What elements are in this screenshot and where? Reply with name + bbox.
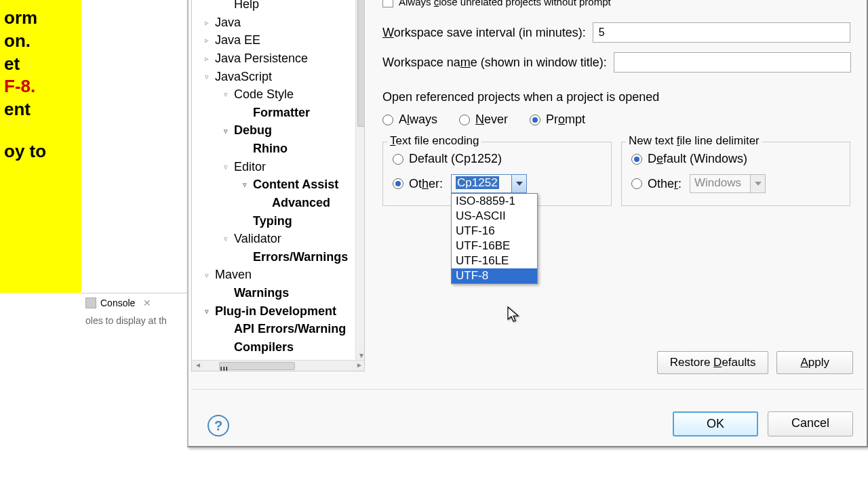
tree-item[interactable]: ▹Java [192,14,364,32]
tree-item[interactable]: Compilers [192,338,364,357]
tree-item-label: Maven [215,266,252,284]
tree-item[interactable]: Typing [192,212,364,230]
tree-item[interactable]: API Errors/Warning [192,320,364,338]
tree-item[interactable]: ▿JavaScript [192,68,364,86]
encoding-combo[interactable]: Cp1252 ISO-8859-1US-ASCIIUTF-16UTF-16BEU… [451,174,527,193]
close-icon[interactable]: ✕ [143,298,151,308]
tree-item-label: Editor [234,158,266,176]
console-tab-label: Console [100,298,135,308]
tree-item[interactable]: ▿Plug-in Development [192,302,364,321]
tree-item-label: Validator [234,230,281,248]
tree-item[interactable]: Rhino [192,140,364,158]
delimiter-combo-value: Windows [690,175,750,192]
tree-item-label: Errors/Warnings [253,248,348,266]
delimiter-combo-button [750,175,765,192]
tree-item[interactable]: Advanced [192,194,364,212]
always-close-checkbox[interactable] [382,0,393,7]
tree-expand-icon[interactable]: ▿ [222,233,230,244]
delimiter-other-radio[interactable] [631,178,642,189]
scroll-right-icon[interactable]: ► [353,361,365,371]
encoding-option[interactable]: UTF-8 [452,268,537,283]
delimiter-default-radio[interactable] [631,154,642,165]
tree-expand-icon[interactable]: ▿ [203,270,211,281]
console-message: oles to display at th [85,315,186,326]
tree-item[interactable]: Formatter [192,104,364,122]
radio-always[interactable] [382,115,393,125]
tree-item-label: Formatter [253,104,310,122]
tree-item[interactable]: ▿Editor [192,158,364,176]
encoding-other-radio[interactable] [393,178,403,189]
tree-item-label: Java [215,14,241,32]
encoding-default-radio[interactable] [393,154,403,165]
workspace-interval-input[interactable] [593,22,850,43]
tree-item[interactable]: ▹Java Persistence [192,49,364,68]
tree-item[interactable]: Warnings [192,284,364,302]
encoding-dropdown[interactable]: ISO-8859-1US-ASCIIUTF-16UTF-16BEUTF-16LE… [451,193,538,284]
radio-never-label: Never [475,113,508,127]
encoding-option[interactable]: US-ASCII [452,209,537,224]
tutorial-text: oy to [4,140,77,163]
tree-item-label: API Errors/Warning [234,320,346,338]
encoding-option[interactable]: UTF-16LE [452,253,537,268]
tree-expand-icon[interactable]: ▿ [222,125,230,136]
tree-expand-icon[interactable]: ▿ [241,179,249,190]
tutorial-sidebar: orm on. et F-8. ent oy to [0,0,81,293]
cancel-button[interactable]: Cancel [768,411,853,436]
tree-item[interactable]: ▿Content Assist [192,176,364,194]
encoding-option[interactable]: ISO-8859-1 [452,194,537,209]
tree-expand-icon[interactable]: ▿ [222,89,230,100]
delimiter-default-label: Default (Windows) [648,152,747,166]
tutorial-text: ent [4,98,77,121]
tree-item[interactable]: ▹Java EE [192,31,364,49]
tree-item-label: Code Style [234,85,294,104]
scroll-left-icon[interactable]: ◄ [192,361,204,371]
encoding-other-label: Other: [409,177,443,191]
horizontal-scrollbar[interactable]: ◄ ııı ► [192,360,365,371]
preferences-main-panel: Always close unrelated projects without … [369,0,867,382]
tree-item-label: JavaScript [215,68,272,86]
tree-expand-icon[interactable]: ▿ [222,161,230,172]
workspace-name-input[interactable] [614,52,851,73]
tree-expand-icon[interactable]: ▹ [203,35,211,45]
tree-item[interactable]: ▿Validator [192,230,364,248]
tree-item[interactable]: ▿Debug [192,121,364,140]
tree-item-label: Rhino [253,140,288,158]
tree-item[interactable]: Help [192,0,364,14]
console-view: Console ✕ oles to display at th [81,293,190,333]
console-icon [85,298,96,308]
encoding-legend: Text file encoding [387,134,481,148]
encoding-combo-button[interactable] [511,175,526,192]
encoding-option[interactable]: UTF-16BE [452,239,537,253]
tree-item-label: Advanced [272,194,330,212]
tree-item[interactable]: Errors/Warnings [192,248,364,266]
delimiter-combo: Windows [690,174,766,193]
tutorial-text: on. [4,30,77,53]
scrollbar-thumb[interactable]: ııı [219,362,295,370]
apply-button[interactable]: Apply [776,351,853,374]
tree-item-label: Plug-in Development [215,302,336,321]
tree-item-label: Content Assist [253,176,338,194]
tree-expand-icon[interactable]: ▿ [203,71,211,82]
restore-defaults-button[interactable]: Restore Defaults [657,351,769,374]
help-icon[interactable]: ? [208,415,229,436]
tree-item-label: Debug [234,121,272,140]
tree-item-label: Warnings [234,284,289,302]
tree-expand-icon[interactable]: ▹ [203,17,211,28]
radio-prompt[interactable] [530,115,540,125]
tree-item-label: Java Persistence [215,49,308,68]
tree-item[interactable]: ▿Maven [192,266,364,284]
tree-expand-icon[interactable]: ▿ [203,306,211,317]
tutorial-text: orm [4,7,77,30]
chevron-down-icon [516,182,523,186]
scrollbar-thumb[interactable] [357,0,365,127]
encoding-option[interactable]: UTF-16 [452,224,537,239]
open-referenced-label: Open referenced projects when a project … [382,90,853,104]
preferences-tree[interactable]: Help▹Java▹Java EE▹Java Persistence▿JavaS… [191,0,365,371]
vertical-scrollbar[interactable]: ▼ [355,0,365,361]
tree-item[interactable]: ▿Code Style [192,85,364,104]
radio-never[interactable] [459,115,470,125]
tree-expand-icon[interactable]: ▹ [203,53,211,64]
ok-button[interactable]: OK [673,411,758,436]
preferences-dialog: Help▹Java▹Java EE▹Java Persistence▿JavaS… [187,0,868,447]
console-tab[interactable]: Console ✕ [85,298,186,308]
